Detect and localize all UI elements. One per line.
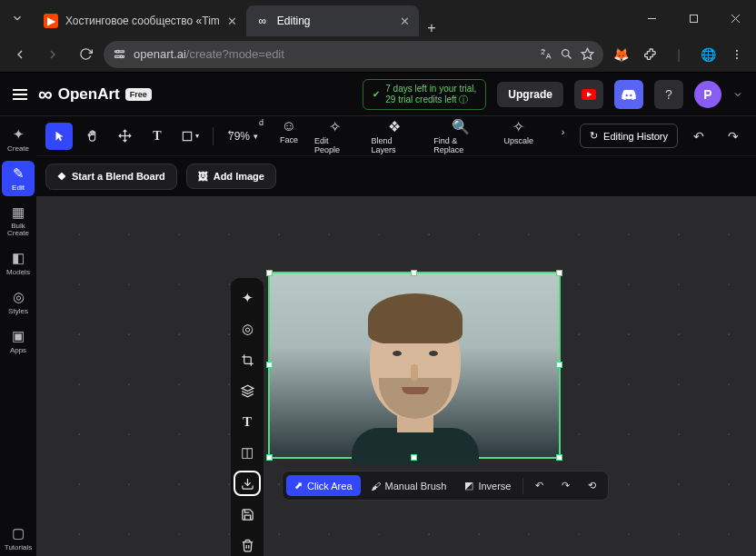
translate-icon[interactable] (539, 47, 552, 61)
layers-icon: ❖ (57, 171, 66, 183)
ctx-reset-button[interactable]: ⟲ (580, 475, 604, 496)
delete-tool[interactable] (234, 532, 261, 556)
click-area-button[interactable]: ⬈Click Area (286, 475, 361, 496)
close-window-button[interactable] (714, 0, 756, 36)
minimize-button[interactable] (631, 0, 672, 36)
search-icon: 🔍 (452, 118, 470, 135)
tab-title: Хостинговое сообщество «Tim (65, 15, 220, 27)
menu-button[interactable] (13, 89, 27, 100)
upgrade-button[interactable]: Upgrade (497, 82, 563, 107)
rail-apps[interactable]: ▣Apps (2, 323, 35, 359)
editor-main: T ▾ 79%▾ ‹ d ☺Face ✧Edit People ❖Blend L… (36, 116, 756, 556)
rail-tutorials[interactable]: ▢Tutorials (2, 521, 35, 556)
selected-image[interactable] (268, 272, 561, 459)
tab-favicon: ∞ (255, 14, 270, 28)
rail-styles[interactable]: ◎Styles (2, 284, 35, 320)
shape-tool[interactable]: ▾ (176, 123, 204, 150)
reload-button[interactable] (71, 40, 100, 69)
pill-label: Add Image (214, 171, 264, 182)
hand-tool[interactable] (78, 123, 105, 150)
canvas[interactable]: ✦ ◎ T ◫ ⬈Click Area 🖌Manual Brush ◩Inver… (36, 196, 756, 556)
rail-bulk-create[interactable]: ▦Bulk Create (2, 200, 35, 242)
rail-edit[interactable]: ✎Edit (2, 161, 35, 196)
site-settings-icon[interactable] (113, 47, 126, 61)
browser-tab-inactive[interactable]: ▶ Хостинговое сообщество «Tim ✕ (35, 5, 246, 36)
trial-banner[interactable]: ✔ 7 days left in your trial, 29 trial cr… (363, 79, 486, 110)
tc-d[interactable]: d (259, 118, 264, 154)
resize-handle-bl[interactable] (266, 454, 273, 461)
help-button[interactable]: ? (654, 80, 683, 109)
tc-upscale[interactable]: ✧Upscale (504, 118, 534, 154)
extension-metamask-icon[interactable]: 🦊 (607, 41, 634, 68)
editing-history-button[interactable]: ↻Editing History (580, 124, 678, 148)
add-image-button[interactable]: 🖼Add Image (186, 164, 276, 189)
scroll-right-button[interactable]: › (550, 118, 576, 145)
move-tool[interactable] (111, 123, 138, 150)
rail-label: Tutorials (5, 543, 32, 551)
rail-label: Apps (10, 346, 26, 354)
crop-tool[interactable] (234, 347, 261, 372)
tab-search-button[interactable] (0, 0, 35, 36)
spiral-tool[interactable]: ◎ (234, 316, 261, 342)
window-controls (631, 0, 756, 36)
forward-button[interactable] (38, 40, 67, 69)
magic-select-tool[interactable]: ✦ (234, 285, 261, 311)
pointer-tool[interactable] (45, 123, 73, 150)
zoom-indicator-icon[interactable] (560, 47, 573, 61)
download-tool[interactable] (234, 471, 261, 496)
resize-handle-bm[interactable] (411, 454, 417, 461)
svg-marker-20 (242, 385, 254, 391)
tc-label: Face (280, 135, 298, 144)
extensions-button[interactable] (636, 41, 663, 68)
back-button[interactable] (5, 40, 35, 69)
save-tool[interactable] (234, 501, 261, 527)
undo-button[interactable]: ↶ (685, 123, 712, 150)
tc-find-replace[interactable]: 🔍Find & Replace (433, 118, 487, 154)
floating-toolbar: ✦ ◎ T ◫ (231, 278, 264, 556)
browser-menu-button[interactable] (723, 41, 751, 68)
tc-edit-people[interactable]: ✧Edit People (314, 118, 354, 154)
editor-region: ✦Create ✎Edit ▦Bulk Create ◧Models ◎Styl… (0, 116, 756, 556)
tc-blend-layers[interactable]: ❖Blend Layers (371, 118, 417, 154)
youtube-button[interactable] (574, 80, 603, 109)
text-layer-tool[interactable]: T (234, 409, 261, 434)
user-avatar[interactable]: P (694, 81, 721, 108)
inverse-button[interactable]: ◩Inverse (456, 475, 519, 496)
resize-handle-mr[interactable] (556, 362, 562, 368)
resize-handle-tm[interactable] (411, 270, 417, 276)
maximize-button[interactable] (672, 0, 714, 36)
discord-button[interactable] (614, 80, 643, 109)
face-icon: ☺ (282, 118, 296, 134)
close-tab-icon[interactable]: ✕ (227, 15, 237, 28)
address-bar[interactable]: openart.ai/create?mode=edit (104, 41, 603, 68)
text-tool[interactable]: T (144, 123, 171, 150)
resize-handle-br[interactable] (556, 454, 562, 461)
scroll-left-button[interactable]: ‹ (216, 118, 243, 145)
start-blend-board-button[interactable]: ❖Start a Blend Board (45, 164, 177, 190)
shapes-tool[interactable]: ◫ (234, 440, 261, 465)
svg-point-8 (562, 50, 570, 57)
new-tab-button[interactable]: + (419, 20, 444, 36)
layers-tool[interactable] (234, 378, 261, 403)
brand-logo[interactable]: ∞ OpenArt Free (38, 83, 152, 106)
history-label: Editing History (603, 131, 668, 142)
resize-handle-tr[interactable] (556, 270, 562, 276)
ctx-undo-button[interactable]: ↶ (527, 475, 552, 496)
resize-handle-ml[interactable] (266, 362, 273, 368)
manual-brush-button[interactable]: 🖌Manual Brush (363, 476, 455, 496)
rail-create[interactable]: ✦Create (2, 122, 35, 157)
browser-tab-active[interactable]: ∞ Editing ✕ (246, 5, 419, 36)
profile-icon[interactable]: 🌐 (694, 41, 721, 68)
close-tab-icon[interactable]: ✕ (400, 15, 410, 28)
svg-point-11 (736, 49, 738, 51)
svg-point-12 (736, 53, 738, 55)
tc-face[interactable]: ☺Face (280, 118, 298, 154)
rail-models[interactable]: ◧Models (2, 245, 35, 281)
account-menu-chevron[interactable] (732, 89, 743, 100)
extension-icons: 🦊 | 🌐 (607, 41, 751, 68)
resize-handle-tl[interactable] (266, 270, 273, 276)
bookmark-icon[interactable] (581, 47, 594, 61)
apps-icon: ▣ (12, 328, 25, 344)
ctx-redo-button[interactable]: ↷ (553, 475, 578, 496)
redo-button[interactable]: ↷ (720, 123, 747, 150)
